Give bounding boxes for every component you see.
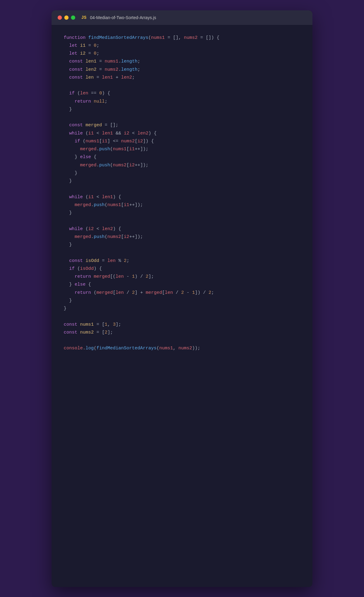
- code-line: console.log(findMedianSortedArrays(nums1…: [64, 344, 300, 352]
- code-line: [64, 337, 300, 344]
- code-line: merged.push(nums2[i2++]);: [64, 233, 300, 241]
- code-line: if (nums1[i1] <= nums2[i2]) {: [64, 137, 300, 145]
- code-line: const len1 = nums1.length;: [64, 58, 300, 66]
- minimize-button[interactable]: [64, 15, 69, 20]
- code-line: [64, 114, 300, 121]
- code-line: [64, 249, 300, 257]
- filename-label: 04-Median-of-Two-Sorted-Arrays.js: [90, 15, 156, 20]
- code-line: merged.push(nums2[i2++]);: [64, 161, 300, 169]
- code-line: }: [64, 177, 300, 185]
- code-line: const len = len1 + len2;: [64, 74, 300, 82]
- code-line: }: [64, 106, 300, 114]
- file-type-icon: JS: [81, 15, 86, 20]
- code-line: while (i2 < len2) {: [64, 225, 300, 233]
- code-line: let i1 = 0;: [64, 42, 300, 50]
- code-line: function findMedianSortedArrays(nums1 = …: [64, 34, 300, 42]
- code-line: const nums2 = [2];: [64, 329, 300, 337]
- traffic-lights: [58, 15, 75, 20]
- code-line: return (merged[len / 2] + merged[len / 2…: [64, 289, 300, 297]
- code-line: [64, 313, 300, 321]
- code-line: }: [64, 169, 300, 177]
- code-line: let i2 = 0;: [64, 50, 300, 58]
- code-line: }: [64, 241, 300, 249]
- code-line: merged.push(nums1[i1++]);: [64, 201, 300, 209]
- code-line: const nums1 = [1, 3];: [64, 321, 300, 329]
- code-editor-window: JS 04-Median-of-Two-Sorted-Arrays.js fun…: [52, 10, 312, 587]
- code-line: }: [64, 305, 300, 313]
- code-line: return null;: [64, 98, 300, 106]
- code-line: while (i1 < len1) {: [64, 193, 300, 201]
- code-line: } else {: [64, 281, 300, 289]
- code-line: [64, 82, 300, 90]
- code-line: const isOdd = len % 2;: [64, 257, 300, 265]
- titlebar: JS 04-Median-of-Two-Sorted-Arrays.js: [52, 10, 312, 25]
- code-line: while (i1 < len1 && i2 < len2) {: [64, 130, 300, 137]
- code-line: const len2 = nums2.length;: [64, 66, 300, 74]
- code-line: }: [64, 297, 300, 305]
- close-button[interactable]: [58, 15, 62, 20]
- code-line: if (len == 0) {: [64, 90, 300, 97]
- code-line: if (isOdd) {: [64, 265, 300, 273]
- code-line: const merged = [];: [64, 121, 300, 129]
- code-line: [64, 217, 300, 225]
- code-line: [64, 185, 300, 193]
- maximize-button[interactable]: [71, 15, 75, 20]
- code-line: merged.push(nums1[i1++]);: [64, 145, 300, 153]
- code-line: }: [64, 209, 300, 217]
- code-content: function findMedianSortedArrays(nums1 = …: [52, 25, 312, 365]
- code-line: } else {: [64, 153, 300, 161]
- code-line: return merged[(len - 1) / 2];: [64, 273, 300, 281]
